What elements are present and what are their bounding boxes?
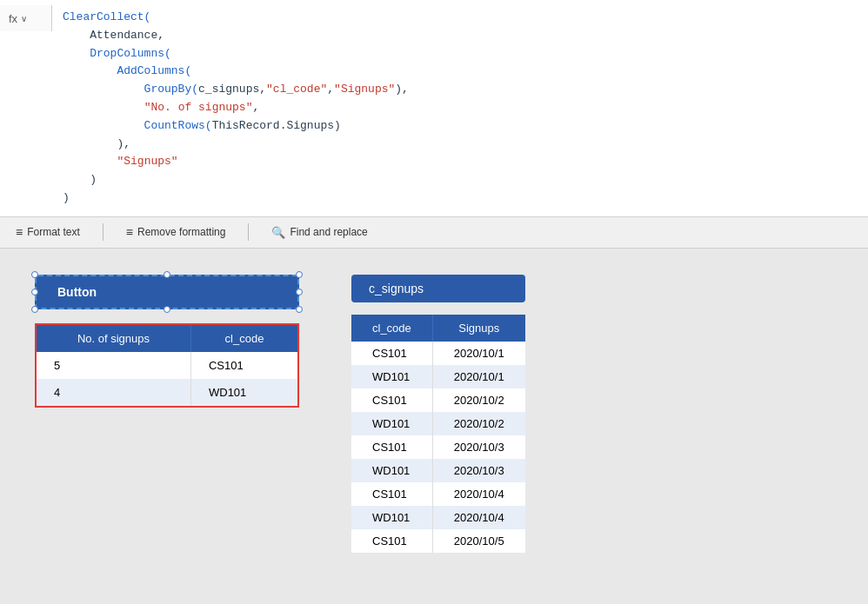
code-line-9: "Signups" [63, 153, 858, 171]
cell-r-signup-4: 2020/10/2 [432, 412, 524, 435]
button-control[interactable]: Button [35, 275, 299, 309]
cell-r-signup-5: 2020/10/3 [432, 435, 524, 459]
code-line-3: DropColumns( [63, 45, 858, 63]
handle-ml[interactable] [31, 289, 38, 295]
right-panel: c_signups cl_code Signups CS101 2020/10/… [351, 275, 525, 553]
code-line-8: ), [63, 136, 858, 154]
fx-text: fx [9, 12, 17, 25]
remove-formatting-icon: ≡ [126, 225, 133, 239]
table-row: 5 CS101 [37, 352, 297, 379]
cell-r-clcode-1: CS101 [351, 342, 432, 365]
left-panel: Button No. of signups cl_code 5 CS101 [35, 275, 299, 408]
table-row: CS101 2020/10/2 [351, 388, 525, 412]
handle-tr[interactable] [296, 271, 303, 278]
handle-bm[interactable] [164, 306, 170, 313]
cell-r-clcode-2: WD101 [351, 365, 432, 388]
code-line-11: ) [63, 189, 858, 208]
code-editor[interactable]: ClearCollect( Attendance, DropColumns( A… [52, 3, 868, 213]
code-line-6: "No. of signups", [63, 99, 858, 117]
right-table: cl_code Signups CS101 2020/10/1 WD101 20… [351, 315, 525, 553]
cell-r-clcode-3: CS101 [351, 388, 432, 412]
table-row: CS101 2020/10/3 [351, 435, 525, 459]
left-table-header-row: No. of signups cl_code [37, 325, 297, 352]
handle-tl[interactable] [31, 271, 38, 278]
formula-bar: fx ∨ ClearCollect( Attendance, DropColum… [0, 0, 868, 217]
handle-bl[interactable] [31, 306, 38, 313]
right-col-header-clcode: cl_code [351, 315, 432, 342]
remove-formatting-label: Remove formatting [137, 226, 225, 238]
format-text-label: Format text [27, 226, 80, 238]
cell-r-clcode-7: CS101 [351, 482, 432, 506]
handle-br[interactable] [296, 306, 303, 313]
table-row: CS101 2020/10/4 [351, 482, 525, 506]
cell-r-signup-9: 2020/10/5 [432, 529, 524, 553]
table-row: 4 WD101 [37, 379, 297, 406]
cell-r-clcode-9: CS101 [351, 529, 432, 553]
cell-r-signup-3: 2020/10/2 [432, 388, 524, 412]
code-line-5: GroupBy(c_signups,"cl_code","Signups"), [63, 81, 858, 99]
right-col-header-signups: Signups [432, 315, 524, 342]
left-table: No. of signups cl_code 5 CS101 4 WD101 [37, 325, 297, 406]
cell-r-signup-2: 2020/10/1 [432, 365, 524, 388]
cell-r-signup-6: 2020/10/3 [432, 459, 524, 482]
table-row: CS101 2020/10/1 [351, 342, 525, 365]
fx-label: fx ∨ [0, 5, 52, 31]
c-signups-button[interactable]: c_signups [351, 275, 525, 302]
cell-r-clcode-5: CS101 [351, 435, 432, 459]
table-row: CS101 2020/10/5 [351, 529, 525, 553]
format-text-button[interactable]: ≡ Format text [10, 223, 85, 241]
cell-signups-2: 4 [37, 379, 190, 406]
table-row: WD101 2020/10/3 [351, 459, 525, 482]
cell-r-signup-1: 2020/10/1 [432, 342, 524, 365]
table-row: WD101 2020/10/4 [351, 506, 525, 529]
find-replace-button[interactable]: 🔍 Find and replace [266, 224, 372, 241]
search-icon: 🔍 [271, 226, 285, 239]
cell-clcode-2: WD101 [190, 379, 297, 406]
cell-r-clcode-8: WD101 [351, 506, 432, 529]
toolbar-separator-2 [248, 223, 249, 241]
find-replace-label: Find and replace [290, 226, 367, 238]
code-line-7: CountRows(ThisRecord.Signups) [63, 117, 858, 136]
toolbar-separator-1 [103, 223, 103, 241]
code-line-1: ClearCollect( [63, 9, 858, 27]
cell-r-signup-7: 2020/10/4 [432, 482, 524, 506]
cell-r-signup-8: 2020/10/4 [432, 506, 524, 529]
code-line-10: ) [63, 171, 858, 189]
table-row: WD101 2020/10/1 [351, 365, 525, 388]
chevron-icon[interactable]: ∨ [21, 14, 27, 23]
code-line-4: AddColumns( [63, 63, 858, 81]
handle-tm[interactable] [164, 271, 170, 278]
format-text-icon: ≡ [16, 225, 23, 239]
right-table-header-row: cl_code Signups [351, 315, 525, 342]
table-row: WD101 2020/10/2 [351, 412, 525, 435]
remove-formatting-button[interactable]: ≡ Remove formatting [121, 223, 231, 241]
left-col-header-signups: No. of signups [37, 325, 190, 352]
cell-clcode-1: CS101 [190, 352, 297, 379]
cell-r-clcode-6: WD101 [351, 459, 432, 482]
cell-signups-1: 5 [37, 352, 190, 379]
cell-r-clcode-4: WD101 [351, 412, 432, 435]
left-table-wrapper: No. of signups cl_code 5 CS101 4 WD101 [35, 323, 299, 408]
button-widget[interactable]: Button [35, 275, 299, 309]
code-line-2: Attendance, [63, 27, 858, 45]
canvas: Button No. of signups cl_code 5 CS101 [0, 249, 868, 604]
toolbar: ≡ Format text ≡ Remove formatting 🔍 Find… [0, 217, 868, 249]
left-col-header-clcode: cl_code [190, 325, 297, 352]
handle-mr[interactable] [296, 289, 303, 295]
